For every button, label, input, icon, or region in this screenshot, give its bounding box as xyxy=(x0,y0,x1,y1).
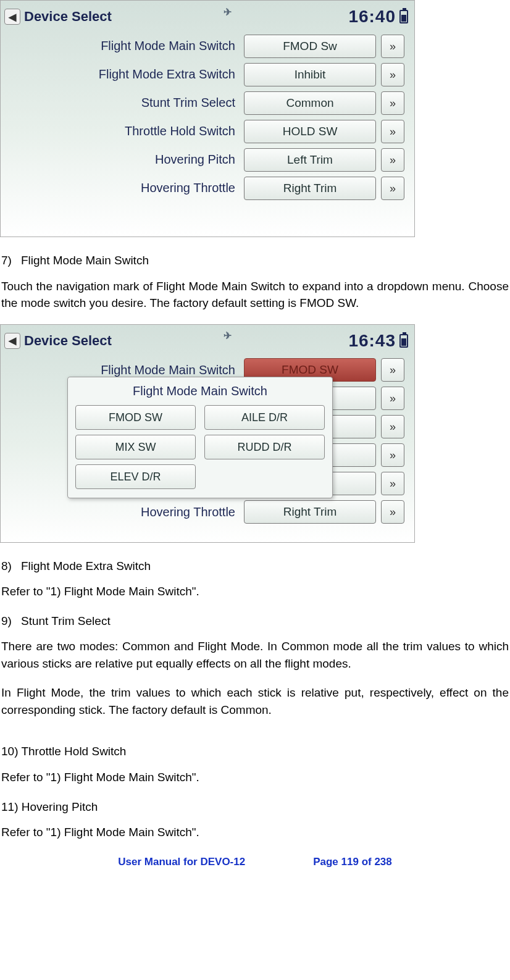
setting-row: Flight Mode Extra Switch Inhibit » xyxy=(10,63,404,86)
setting-value[interactable]: Common xyxy=(244,91,376,115)
device-select-screenshot-1: ◀ Device Select ✈ 16:40 Flight Mode Main… xyxy=(0,0,415,237)
section-9-paragraph-1: There are two modes: Common and Flight M… xyxy=(1,638,509,672)
section-9-paragraph-2: In Flight Mode, the trim values to which… xyxy=(1,684,509,718)
section-10-paragraph: Refer to "1) Flight Mode Main Switch". xyxy=(1,769,509,786)
clock: 16:40 xyxy=(348,4,396,30)
setting-label: Hovering Throttle xyxy=(10,179,239,197)
airplane-icon: ✈ xyxy=(224,5,232,19)
expand-icon[interactable]: » xyxy=(381,120,404,143)
dropdown-option[interactable]: RUDD D/R xyxy=(204,435,325,459)
setting-label: Stunt Trim Select xyxy=(10,94,239,112)
dropdown-option[interactable]: ELEV D/R xyxy=(75,464,196,489)
dropdown-option[interactable]: AILE D/R xyxy=(204,405,325,430)
expand-icon[interactable]: » xyxy=(381,472,404,495)
setting-row: Hovering Pitch Left Trim » xyxy=(10,148,404,172)
setting-row: Hovering Throttle Right Trim » xyxy=(10,500,404,524)
section-9-heading: 9)Stunt Trim Select xyxy=(1,613,509,630)
section-10-heading: 10) Throttle Hold Switch xyxy=(1,743,509,760)
section-7-heading: 7)Flight Mode Main Switch xyxy=(1,252,509,269)
section-11-heading: 11) Hovering Pitch xyxy=(1,798,509,816)
setting-value[interactable]: Inhibit xyxy=(244,63,376,86)
setting-row: Throttle Hold Switch HOLD SW » xyxy=(10,120,404,143)
airplane-icon: ✈ xyxy=(224,329,232,343)
screen-title: Device Select xyxy=(24,7,112,27)
clock: 16:43 xyxy=(348,329,396,354)
expand-icon[interactable]: » xyxy=(381,148,404,172)
setting-value[interactable]: Right Trim xyxy=(244,177,376,200)
expand-icon[interactable]: » xyxy=(381,500,404,524)
setting-value[interactable]: Left Trim xyxy=(244,148,376,172)
setting-value[interactable]: Right Trim xyxy=(244,500,376,524)
setting-label: Hovering Pitch xyxy=(10,151,239,169)
section-8-heading: 8)Flight Mode Extra Switch xyxy=(1,558,509,575)
setting-label: Flight Mode Extra Switch xyxy=(10,65,239,83)
expand-icon[interactable]: » xyxy=(381,63,404,86)
back-icon[interactable]: ◀ xyxy=(4,333,20,349)
setting-row: Hovering Throttle Right Trim » xyxy=(10,177,404,200)
screen-title: Device Select xyxy=(24,331,112,351)
expand-icon[interactable]: » xyxy=(381,415,404,438)
section-8-paragraph: Refer to "1) Flight Mode Main Switch". xyxy=(1,583,509,600)
expand-icon[interactable]: » xyxy=(381,387,404,410)
dropdown-option[interactable]: MIX SW xyxy=(75,435,196,459)
expand-icon[interactable]: » xyxy=(381,358,404,382)
section-7-paragraph: Touch the navigation mark of Flight Mode… xyxy=(1,278,509,312)
setting-value[interactable]: HOLD SW xyxy=(244,120,376,143)
expand-icon[interactable]: » xyxy=(381,35,404,58)
expand-icon[interactable]: » xyxy=(381,177,404,200)
footer-doc-title: User Manual for DEVO-12 xyxy=(118,855,245,870)
section-11-paragraph: Refer to "1) Flight Mode Main Switch". xyxy=(1,824,509,841)
setting-value[interactable]: FMOD Sw xyxy=(244,35,376,58)
device-select-screenshot-2: ◀ Device Select ✈ 16:43 Flight Mode Main… xyxy=(0,324,415,543)
page-footer: User Manual for DEVO-12 Page 119 of 238 xyxy=(0,855,510,870)
footer-page-number: Page 119 of 238 xyxy=(313,855,392,870)
setting-label: Throttle Hold Switch xyxy=(10,122,239,140)
setting-row: Flight Mode Main Switch FMOD Sw » xyxy=(10,35,404,58)
flight-mode-main-switch-dropdown: Flight Mode Main Switch FMOD SW AILE D/R… xyxy=(67,377,333,498)
setting-label: Flight Mode Main Switch xyxy=(10,37,239,55)
expand-icon[interactable]: » xyxy=(381,443,404,467)
expand-icon[interactable]: » xyxy=(381,91,404,115)
setting-row: Stunt Trim Select Common » xyxy=(10,91,404,115)
back-icon[interactable]: ◀ xyxy=(4,9,20,25)
dropdown-title: Flight Mode Main Switch xyxy=(75,382,325,400)
battery-icon xyxy=(399,10,408,23)
dropdown-option[interactable]: FMOD SW xyxy=(75,405,196,430)
setting-label: Hovering Throttle xyxy=(10,503,239,521)
battery-icon xyxy=(399,334,408,348)
